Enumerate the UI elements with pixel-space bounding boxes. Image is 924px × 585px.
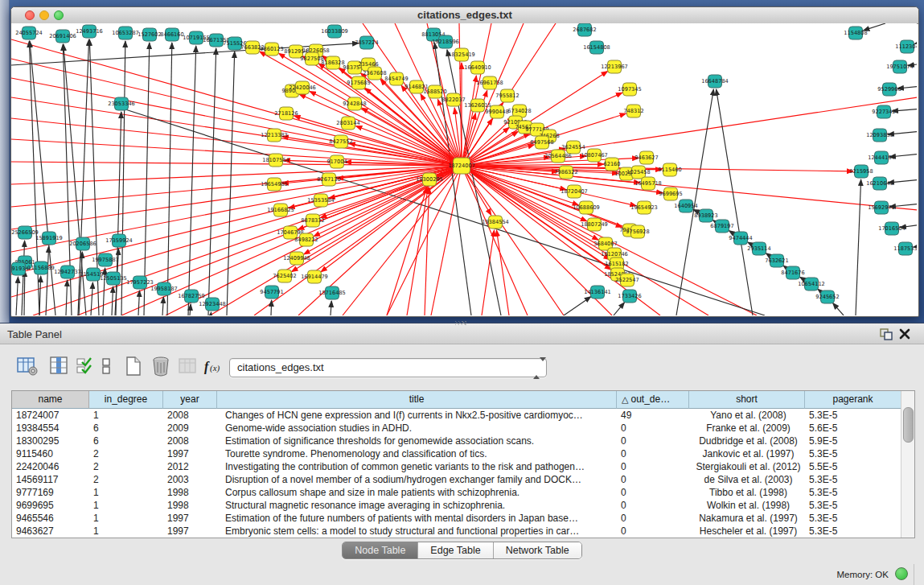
cell-short[interactable]: Nakamura et al. (1997) — [689, 512, 805, 525]
graph-node[interactable]: 16640910 — [464, 61, 491, 74]
tab-edge-table[interactable]: Edge Table — [418, 542, 493, 558]
tab-network-table[interactable]: Network Table — [494, 542, 581, 558]
cell-year[interactable]: 1997 — [163, 512, 217, 525]
graph-node[interactable]: 16648784 — [701, 75, 729, 88]
cell-in_degree[interactable]: 6 — [89, 422, 163, 435]
cell-in_degree[interactable]: 1 — [89, 499, 163, 512]
cell-year[interactable]: 2003 — [163, 473, 217, 486]
cell-name[interactable]: 14569117 — [12, 473, 89, 486]
cell-name[interactable]: 22420046 — [12, 460, 89, 473]
cell-out_de[interactable]: 0 — [617, 447, 689, 460]
close-panel-icon[interactable] — [898, 328, 913, 341]
graph-node[interactable]: 7625402 — [273, 270, 296, 282]
graph-node[interactable]: 9245652 — [815, 290, 839, 303]
cell-short[interactable]: Yano et al. (2008) — [689, 409, 805, 422]
graph-node[interactable]: 1640954 — [674, 200, 697, 212]
cell-in_degree[interactable]: 1 — [89, 525, 163, 538]
graph-node[interactable]: 15692971 — [868, 201, 895, 214]
network-window-titlebar[interactable]: citations_edges.txt — [11, 7, 918, 24]
graph-node[interactable]: 2718126 — [274, 107, 298, 120]
cell-out_de[interactable]: 0 — [617, 525, 689, 538]
cell-short[interactable]: Dudbridge et al. (2008) — [689, 435, 805, 447]
cell-title[interactable]: Investigating the contribution of common… — [217, 460, 617, 473]
show-columns-icon[interactable] — [48, 355, 71, 377]
citation-network-graph[interactable]: 2405572420691406124937161065328715276028… — [11, 23, 917, 315]
cell-year[interactable]: 2009 — [163, 422, 217, 435]
cell-out_de[interactable]: 0 — [617, 499, 689, 512]
graph-node[interactable]: 15353584 — [307, 194, 335, 207]
graph-node[interactable]: 19166825 — [267, 204, 294, 216]
cell-out_de[interactable]: 0 — [617, 460, 689, 473]
cell-title[interactable]: Structural magnetic resonance image aver… — [217, 499, 617, 512]
graph-node[interactable]: 7632621 — [765, 254, 788, 267]
graph-node[interactable]: 16210643 — [866, 177, 893, 190]
cell-title[interactable]: Corpus callosum shape and size in male p… — [217, 486, 617, 499]
graph-node[interactable]: 8267130 — [317, 173, 340, 186]
graph-node[interactable]: 917004 — [326, 155, 347, 168]
cell-name[interactable]: 18724007 — [12, 409, 89, 422]
cell-out_de[interactable]: 0 — [617, 435, 689, 447]
cell-in_degree[interactable]: 6 — [89, 435, 163, 447]
table-row[interactable]: 2242004622012Investigating the contribut… — [12, 460, 901, 473]
graph-node[interactable]: 8215958 — [849, 165, 873, 178]
graph-node[interactable]: 8466160 — [160, 28, 183, 41]
table-row[interactable]: 1872400712008Changes of HCN gene express… — [12, 409, 901, 422]
table-row[interactable]: 946362711997Embryonic stem cells: a mode… — [12, 525, 901, 538]
cell-name[interactable]: 19384554 — [12, 422, 89, 435]
graph-node[interactable]: 19958187 — [150, 282, 178, 295]
column-header-name[interactable]: name — [12, 391, 89, 409]
cell-year[interactable]: 2008 — [163, 409, 217, 422]
cell-year[interactable]: 2008 — [163, 435, 217, 447]
cell-title[interactable]: Estimation of the future numbers of pati… — [217, 512, 617, 525]
cell-in_degree[interactable]: 2 — [89, 473, 163, 486]
cell-year[interactable]: 1997 — [163, 447, 217, 460]
cell-name[interactable]: 9463627 — [12, 525, 89, 538]
graph-node[interactable]: 1527602 — [138, 28, 161, 41]
tab-node-table[interactable]: Node Table — [343, 542, 418, 558]
graph-node[interactable]: 9227342 — [872, 105, 895, 118]
graph-node[interactable]: 1733426 — [618, 290, 641, 303]
cell-year[interactable]: 1998 — [163, 486, 217, 499]
graph-node[interactable]: 6879197 — [710, 220, 733, 233]
graph-node[interactable]: 10654112 — [798, 278, 825, 290]
cell-title[interactable]: Changes of HCN gene expression and I(f) … — [217, 409, 617, 422]
column-header-in_degree[interactable]: in_degree — [89, 391, 163, 409]
cell-short[interactable]: Tibbo et al. (1998) — [689, 486, 805, 499]
table-vertical-scrollbar[interactable] — [901, 391, 914, 538]
graph-node[interactable]: 19654985 — [261, 178, 288, 191]
graph-node[interactable]: 19384554 — [482, 216, 509, 229]
cell-short[interactable]: Franke et al. (2009) — [689, 422, 805, 435]
cell-year[interactable]: 1997 — [163, 525, 217, 538]
graph-node[interactable]: 19975887 — [92, 253, 119, 266]
cell-year[interactable]: 1998 — [163, 499, 217, 512]
graph-node[interactable]: 17016504 — [878, 222, 906, 235]
graph-node[interactable]: 1112304 — [895, 40, 917, 53]
graph-node[interactable]: 10653287 — [112, 27, 139, 39]
table-mode-settings-icon[interactable] — [16, 355, 39, 377]
table-row[interactable]: 1456911722003Disruption of a novel membe… — [12, 473, 901, 486]
graph-node[interactable]: 12942737 — [54, 266, 81, 278]
cell-title[interactable]: Genome-wide association studies in ADHD. — [217, 422, 617, 435]
cell-out_de[interactable]: 0 — [617, 512, 689, 525]
cell-in_degree[interactable]: 2 — [89, 447, 163, 460]
graph-node[interactable]: 20691406 — [49, 30, 76, 43]
cell-name[interactable]: 9699695 — [12, 499, 89, 512]
graph-node[interactable]: 1187533 — [893, 242, 917, 255]
graph-node[interactable]: 12444194 — [868, 151, 895, 164]
cell-in_degree[interactable]: 1 — [89, 512, 163, 525]
graph-node[interactable]: 8938923 — [694, 209, 717, 222]
cell-out_de[interactable]: 0 — [617, 473, 689, 486]
cell-in_degree[interactable]: 1 — [89, 409, 163, 422]
cell-pagerank[interactable]: 5.3E-5 — [805, 499, 901, 512]
cell-pagerank[interactable]: 5.9E-5 — [805, 435, 901, 447]
graph-node[interactable]: 9115460 — [658, 163, 681, 176]
graph-node[interactable]: 12213967 — [601, 60, 628, 73]
network-canvas[interactable]: 2405572420691406124937161065328715276028… — [11, 23, 917, 315]
graph-node[interactable]: 1097345 — [618, 83, 641, 96]
cell-title[interactable]: Embryonic stem cells: a model to study s… — [217, 525, 617, 538]
function-builder-icon[interactable]: f(x) — [203, 355, 227, 377]
graph-node[interactable]: 10688609 — [573, 201, 600, 214]
graph-node[interactable]: 2803144 — [336, 117, 359, 130]
graph-node[interactable]: 748312 — [623, 105, 643, 117]
graph-node[interactable]: 2687682 — [573, 23, 596, 36]
